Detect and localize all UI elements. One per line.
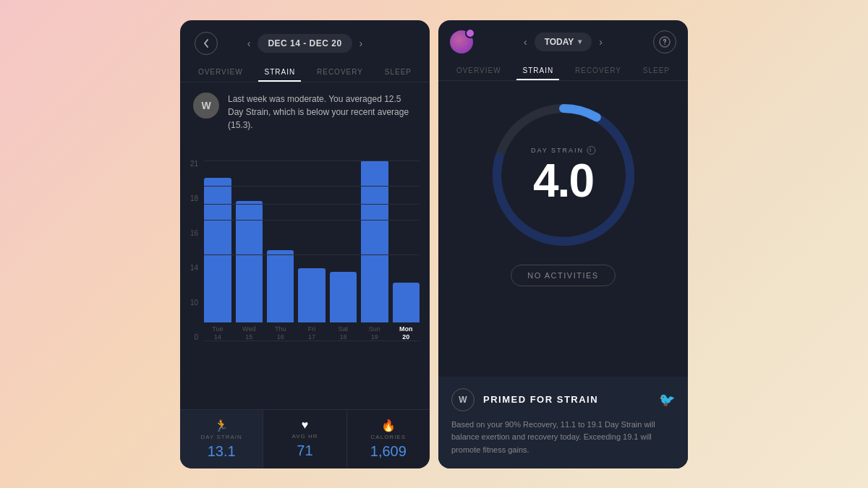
chart-container: 21 18 16 14 10 0: [190, 139, 420, 356]
prev-week-arrow[interactable]: ‹: [247, 38, 251, 49]
bar-tue: [204, 178, 231, 322]
bars-area: Tue14 Wed15 Thu16 Fri17: [204, 160, 420, 356]
bar-label-wed: Wed15: [242, 325, 255, 341]
left-header: ‹ DEC 14 - DEC 20 ›: [180, 20, 430, 61]
bar-col-thu: Thu16: [267, 160, 294, 341]
today-navigation: ‹ TODAY ▾ ›: [524, 33, 603, 51]
tab-sleep-left[interactable]: SLEEP: [379, 64, 417, 82]
bar-col-mon: Mon20: [393, 160, 420, 341]
bar-label-sat: Sat18: [339, 325, 349, 341]
y-label-0: 0: [190, 334, 198, 341]
y-label-21: 21: [190, 160, 198, 168]
tab-overview-left[interactable]: OVERVIEW: [192, 64, 249, 82]
hr-value: 71: [269, 442, 340, 459]
stat-avg-hr: ♥ AVG HR 71: [263, 410, 346, 468]
avatar: W: [193, 93, 219, 119]
stat-calories: 🔥 CALORIES 1,609: [347, 410, 430, 468]
bar-mon: [393, 283, 420, 322]
primed-title: PRIMED FOR STRAIN: [483, 394, 598, 405]
bar-label-tue: Tue14: [212, 325, 223, 341]
chevron-down-icon: ▾: [578, 38, 582, 46]
bar-sat: [330, 272, 357, 322]
bar-wed: [236, 201, 263, 322]
bird-icon: 🐦: [659, 392, 675, 408]
info-icon[interactable]: i: [587, 146, 595, 155]
stat-day-strain: 🏃 DAY STRAIN 13.1: [180, 410, 263, 468]
tab-recovery-right[interactable]: RECOVERY: [569, 62, 627, 80]
strain-label: DAY STRAIN: [186, 434, 257, 440]
date-navigation: ‹ DEC 14 - DEC 20 ›: [247, 34, 363, 53]
strain-section: DAY STRAIN i 4.0 NO ACTIVITIES: [438, 81, 688, 377]
bar-col-sat: Sat18: [330, 160, 357, 341]
user-avatar[interactable]: [450, 30, 473, 53]
y-label-10: 10: [190, 299, 198, 307]
whoop-logo: W: [451, 388, 475, 411]
bar-col-wed: Wed15: [236, 160, 263, 341]
next-week-arrow[interactable]: ›: [359, 38, 363, 49]
right-phone: ‹ TODAY ▾ › OVERVIEW STRAIN RECOVERY SLE…: [438, 20, 688, 468]
strain-value: 13.1: [186, 443, 257, 460]
strain-number: 4.0: [531, 158, 595, 204]
tab-strain-right[interactable]: STRAIN: [516, 62, 559, 80]
chart-area: 21 18 16 14 10 0: [180, 139, 430, 409]
prev-day-arrow[interactable]: ‹: [524, 36, 527, 48]
hr-label: AVG HR: [269, 433, 340, 440]
tab-recovery-left[interactable]: RECOVERY: [311, 64, 369, 82]
phones-container: ‹ DEC 14 - DEC 20 › OVERVIEW STRAIN RECO…: [180, 20, 688, 468]
primed-text: Based on your 90% Recovery, 11.1 to 19.1…: [451, 419, 675, 457]
back-button[interactable]: [195, 32, 218, 55]
right-tabs: OVERVIEW STRAIN RECOVERY SLEEP: [438, 59, 688, 81]
calories-value: 1,609: [353, 443, 424, 460]
bar-fri: [298, 268, 325, 322]
tab-sleep-right[interactable]: SLEEP: [637, 62, 676, 80]
bar-thu: [267, 250, 294, 322]
bar-col-tue: Tue14: [204, 160, 231, 341]
y-axis: 21 18 16 14 10 0: [190, 160, 198, 356]
svg-point-1: [664, 43, 665, 45]
bar-col-sun: Sun19: [361, 160, 388, 341]
calories-label: CALORIES: [353, 434, 424, 440]
no-activities-button[interactable]: NO ACTIVITIES: [511, 265, 615, 286]
next-day-arrow[interactable]: ›: [599, 36, 603, 48]
summary-text: Last week was moderate. You averaged 12.…: [228, 93, 417, 132]
y-label-14: 14: [190, 265, 198, 272]
y-label-18: 18: [190, 195, 198, 202]
date-range-label: DEC 14 - DEC 20: [258, 34, 352, 53]
primed-header: W PRIMED FOR STRAIN 🐦: [451, 388, 675, 411]
day-strain-label: DAY STRAIN i: [531, 146, 595, 155]
today-label: TODAY: [545, 37, 574, 47]
strain-circle: DAY STRAIN i 4.0: [484, 95, 643, 254]
primed-banner: W PRIMED FOR STRAIN 🐦 Based on your 90% …: [438, 377, 688, 468]
tab-strain-left[interactable]: STRAIN: [258, 64, 301, 82]
y-label-16: 16: [190, 230, 198, 237]
hr-icon: ♥: [269, 419, 340, 432]
left-phone: ‹ DEC 14 - DEC 20 › OVERVIEW STRAIN RECO…: [180, 20, 430, 468]
strain-info: DAY STRAIN i 4.0: [531, 146, 595, 204]
strain-icon: 🏃: [186, 419, 257, 432]
bar-col-fri: Fri17: [298, 160, 325, 341]
bar-label-fri: Fri17: [308, 325, 316, 341]
bar-label-mon: Mon20: [399, 325, 413, 341]
bar-sun: [361, 160, 388, 322]
help-button[interactable]: [653, 30, 676, 53]
bar-label-sun: Sun19: [369, 325, 380, 341]
summary-row: W Last week was moderate. You averaged 1…: [180, 82, 430, 139]
bottom-stats: 🏃 DAY STRAIN 13.1 ♥ AVG HR 71 🔥 CALORIES…: [180, 409, 430, 468]
left-tabs: OVERVIEW STRAIN RECOVERY SLEEP: [180, 61, 430, 82]
right-header: ‹ TODAY ▾ ›: [438, 20, 688, 59]
today-pill[interactable]: TODAY ▾: [535, 33, 592, 51]
calories-icon: 🔥: [353, 419, 424, 432]
tab-overview-right[interactable]: OVERVIEW: [451, 62, 507, 80]
bar-label-thu: Thu16: [275, 325, 286, 341]
